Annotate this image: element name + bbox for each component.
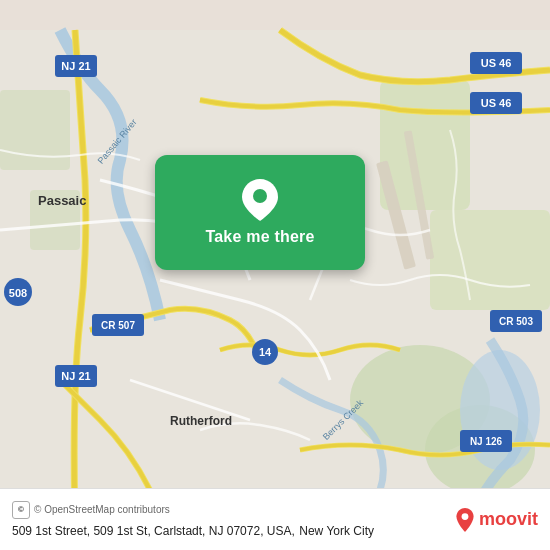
- svg-text:CR 507: CR 507: [101, 320, 135, 331]
- svg-text:NJ 21: NJ 21: [61, 370, 90, 382]
- moovit-pin-icon: [455, 508, 475, 532]
- location-pin-icon: [240, 180, 280, 220]
- svg-point-32: [253, 189, 267, 203]
- svg-text:14: 14: [259, 346, 272, 358]
- svg-rect-4: [430, 210, 550, 310]
- bottom-bar: © © OpenStreetMap contributors 509 1st S…: [0, 488, 550, 550]
- action-button-label: Take me there: [205, 228, 314, 246]
- svg-text:CR 503: CR 503: [499, 316, 533, 327]
- moovit-label: moovit: [479, 509, 538, 530]
- moovit-logo: moovit: [455, 508, 538, 532]
- osm-logo: ©: [12, 501, 30, 519]
- svg-point-33: [462, 513, 469, 520]
- city-text: New York City: [299, 524, 374, 538]
- osm-credit: © © OpenStreetMap contributors: [12, 501, 455, 519]
- svg-rect-5: [0, 90, 70, 170]
- svg-text:508: 508: [9, 287, 27, 299]
- svg-text:NJ 21: NJ 21: [61, 60, 90, 72]
- address-line: 509 1st Street, 509 1st St, Carlstadt, N…: [12, 521, 455, 539]
- svg-text:US 46: US 46: [481, 97, 512, 109]
- address-text: 509 1st Street, 509 1st St, Carlstadt, N…: [12, 524, 295, 538]
- map-svg: US 46 US 46 NJ 21 NJ 21 CR 507 CR 503 14…: [0, 0, 550, 550]
- map-container: US 46 US 46 NJ 21 NJ 21 CR 507 CR 503 14…: [0, 0, 550, 550]
- svg-text:NJ 126: NJ 126: [470, 436, 503, 447]
- osm-credit-text: © OpenStreetMap contributors: [34, 504, 170, 515]
- svg-text:US 46: US 46: [481, 57, 512, 69]
- svg-text:Passaic: Passaic: [38, 193, 86, 208]
- take-me-there-button[interactable]: Take me there: [155, 155, 365, 270]
- svg-text:Rutherford: Rutherford: [170, 414, 232, 428]
- bottom-left-info: © © OpenStreetMap contributors 509 1st S…: [12, 501, 455, 539]
